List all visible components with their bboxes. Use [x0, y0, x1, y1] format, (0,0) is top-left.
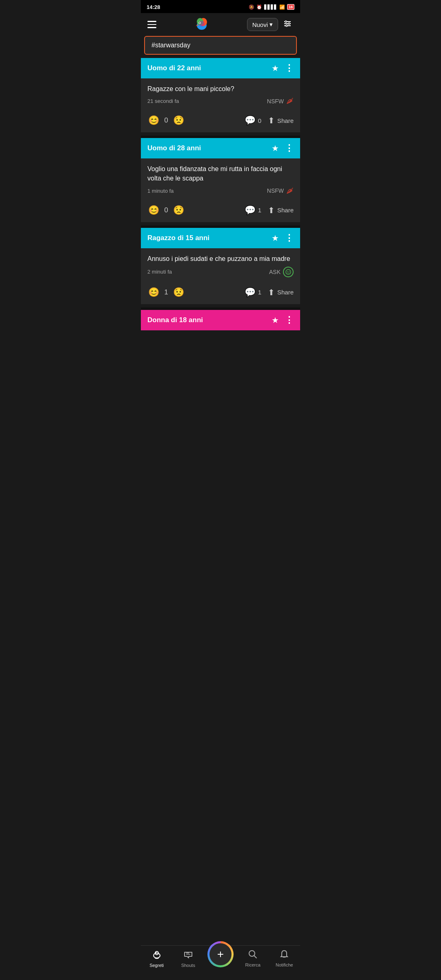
segreti-icon [151, 949, 162, 962]
comment-button[interactable]: 💬 1 [245, 205, 261, 216]
pepper-icon: 🌶 [286, 187, 294, 195]
more-options-icon[interactable]: ⋮ [285, 233, 294, 243]
hashtag-text: #starwarsday [151, 42, 190, 49]
comment-button[interactable]: 💬 1 [245, 287, 261, 298]
comment-icon: 💬 [245, 205, 256, 216]
post-tag-ask: ASK [269, 267, 294, 277]
more-options-icon[interactable]: ⋮ [285, 63, 294, 74]
smile-button[interactable]: 😊 [147, 204, 160, 216]
more-options-icon[interactable]: ⋮ [285, 143, 294, 154]
alarm-icon: ⏰ [256, 4, 262, 10]
post-author: Donna di 18 anni [147, 316, 203, 324]
status-bar: 14:28 🔕 ⏰ ▋▋▋▋ 📶 16 [141, 0, 300, 13]
more-options-icon[interactable]: ⋮ [285, 315, 294, 325]
svg-line-21 [254, 956, 257, 958]
post-body: Ragazze con le mani piccole? 21 secondi … [141, 78, 300, 111]
comment-count: 1 [258, 207, 261, 214]
action-group: 💬 0 ⬆ Share [245, 115, 294, 126]
nav-label-notifiche: Notifiche [276, 962, 293, 967]
smile-count: 0 [163, 116, 169, 125]
add-post-button[interactable]: + [209, 943, 232, 965]
post-author: Ragazzo di 15 anni [147, 234, 209, 242]
favorite-star-icon[interactable]: ★ [272, 63, 279, 73]
action-group: 💬 1 ⬆ Share [245, 287, 294, 298]
post-header: Ragazzo di 15 anni ★ ⋮ [141, 228, 300, 248]
nav-item-shouts[interactable]: Shouts [176, 949, 200, 968]
post-meta: 1 minuto fa NSFW 🌶 [147, 187, 294, 195]
post-card: Uomo di 22 anni ★ ⋮ Ragazze con le mani … [141, 58, 300, 132]
post-actions: 😊 1 😟 💬 1 ⬆ Share [141, 283, 300, 304]
svg-point-14 [289, 271, 290, 272]
comment-count: 0 [258, 117, 261, 124]
smile-button[interactable]: 😊 [147, 286, 160, 298]
post-body: Annuso i piedi sudati e che puzzano a mi… [141, 248, 300, 283]
svg-point-17 [155, 952, 156, 953]
ask-label: ASK [269, 269, 281, 275]
status-icons: 🔕 ⏰ ▋▋▋▋ 📶 16 [249, 4, 294, 10]
signal-icon: ▋▋▋▋ [264, 4, 277, 10]
comment-icon: 💬 [245, 287, 256, 298]
share-label: Share [277, 289, 294, 296]
smile-button[interactable]: 😊 [147, 114, 160, 127]
svg-point-5 [199, 22, 200, 23]
post-actions: 😊 0 😟 💬 0 ⬆ Share [141, 111, 300, 132]
content-area: #starwarsday Uomo di 22 anni ★ ⋮ Ragazze… [141, 36, 300, 374]
reaction-group: 😊 0 😟 [147, 114, 185, 127]
status-time: 14:28 [147, 4, 160, 10]
svg-point-15 [154, 953, 160, 958]
nav-right: Nuovi ▾ [247, 18, 294, 32]
chevron-down-icon: ▾ [270, 21, 273, 28]
battery-indicator: 16 [287, 4, 294, 10]
ask-bubble-icon [283, 267, 294, 277]
post-text: Annuso i piedi sudati e che puzzano a mi… [147, 254, 294, 263]
svg-point-9 [285, 21, 287, 22]
post-author: Uomo di 22 anni [147, 64, 201, 72]
reaction-group: 😊 1 😟 [147, 286, 185, 298]
bottom-nav: Segreti Shouts + Ricerca [141, 945, 300, 980]
post-header-actions: ★ ⋮ [272, 143, 294, 154]
mute-icon: 🔕 [249, 4, 254, 10]
sliders-filter-button[interactable] [281, 18, 294, 32]
sad-button[interactable]: 😟 [172, 114, 185, 127]
add-post-button-wrap: + [207, 941, 234, 967]
post-header: Uomo di 22 anni ★ ⋮ [141, 58, 300, 78]
nav-label-shouts: Shouts [181, 963, 195, 968]
nsfw-label: NSFW [267, 187, 284, 194]
share-button[interactable]: ⬆ Share [268, 116, 294, 125]
filter-nuovi-button[interactable]: Nuovi ▾ [247, 18, 278, 31]
sad-button[interactable]: 😟 [172, 286, 185, 298]
svg-point-12 [286, 270, 291, 274]
post-header-actions: ★ ⋮ [272, 63, 294, 74]
hamburger-menu[interactable] [147, 21, 156, 28]
favorite-star-icon[interactable]: ★ [272, 233, 279, 243]
reaction-group: 😊 0 😟 [147, 204, 185, 216]
favorite-star-icon[interactable]: ★ [272, 315, 279, 325]
sad-button[interactable]: 😟 [172, 204, 185, 216]
nav-item-segreti[interactable]: Segreti [145, 949, 169, 968]
pepper-icon: 🌶 [286, 97, 294, 105]
post-tag-nsfw: NSFW 🌶 [267, 97, 294, 105]
post-header-actions: ★ ⋮ [272, 233, 294, 243]
svg-point-13 [287, 271, 288, 272]
post-card: Uomo di 28 anni ★ ⋮ Voglio una fidanzata… [141, 138, 300, 222]
post-text: Ragazze con le mani piccole? [147, 84, 294, 94]
nav-label-ricerca: Ricerca [245, 962, 261, 967]
post-time: 1 minuto fa [147, 188, 174, 194]
comment-button[interactable]: 💬 0 [245, 115, 261, 126]
post-card-partial: Donna di 18 anni ★ ⋮ [141, 310, 300, 330]
nav-item-notifiche[interactable]: Notifiche [272, 949, 296, 967]
share-label: Share [277, 207, 294, 214]
post-meta: 2 minuti fa ASK [147, 267, 294, 277]
svg-point-11 [286, 25, 287, 27]
favorite-star-icon[interactable]: ★ [272, 143, 279, 153]
share-button[interactable]: ⬆ Share [268, 205, 294, 215]
notifiche-icon [279, 949, 289, 962]
share-icon: ⬆ [268, 205, 275, 215]
wifi-icon: 📶 [279, 4, 285, 10]
hashtag-banner[interactable]: #starwarsday [144, 36, 297, 55]
post-header-actions: ★ ⋮ [272, 315, 294, 325]
share-button[interactable]: ⬆ Share [268, 287, 294, 297]
nav-item-ricerca[interactable]: Ricerca [241, 949, 265, 967]
nav-label-segreti: Segreti [149, 963, 164, 968]
add-btn-ring: + [207, 941, 234, 967]
